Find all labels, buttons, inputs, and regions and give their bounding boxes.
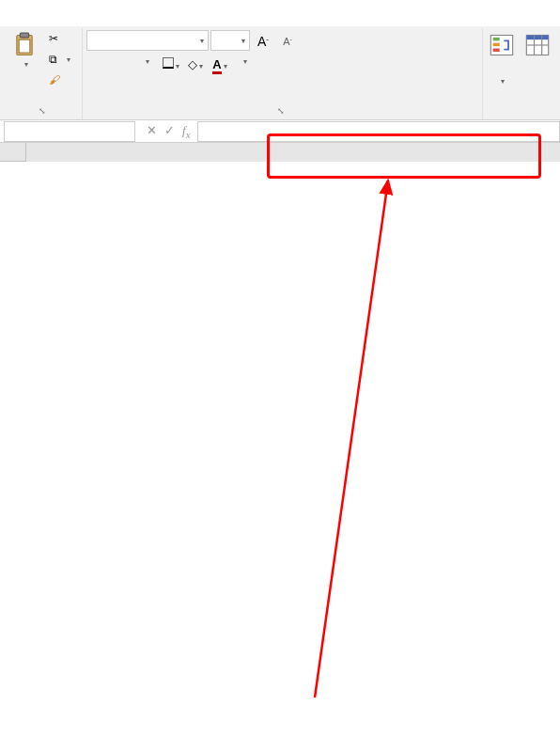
font-color-button[interactable]: A▾	[209, 56, 231, 79]
chevron-down-icon: ▾	[24, 60, 28, 69]
font-size-select[interactable]: ▾	[210, 30, 250, 51]
chevron-down-icon: ▾	[146, 57, 149, 66]
table-format-button[interactable]	[522, 30, 552, 75]
scissors-icon: ✂	[49, 32, 58, 45]
accept-formula-button[interactable]: ✓	[164, 123, 175, 140]
svg-rect-4	[493, 38, 500, 41]
svg-rect-1	[20, 33, 28, 38]
border-icon	[163, 57, 174, 69]
font-group-label: ⤡	[86, 104, 474, 118]
format-painter-button[interactable]: 🖌	[45, 71, 74, 88]
chevron-down-icon: ▾	[243, 57, 247, 66]
bold-button[interactable]	[86, 56, 109, 79]
paste-icon	[11, 32, 38, 58]
chevron-down-icon: ▾	[199, 62, 203, 71]
group-font: ▾ ▾ Aˆ Aˇ ▾ ▾ ◇▾ A▾ ▾ ⤡	[83, 28, 483, 119]
cancel-formula-button[interactable]: ✕	[147, 123, 157, 140]
formula-bar[interactable]	[197, 121, 560, 142]
fill-color-button[interactable]: ◇▾	[184, 56, 207, 79]
clipboard-group-label: ⤡	[9, 104, 74, 118]
table-format-icon	[524, 32, 551, 58]
conditional-format-button[interactable]: ▾	[487, 30, 517, 88]
chevron-down-icon: ▾	[501, 77, 505, 86]
name-box[interactable]	[4, 121, 135, 142]
column-headers	[0, 143, 560, 162]
font-name-select[interactable]: ▾	[86, 30, 209, 51]
svg-rect-6	[493, 49, 500, 53]
underline-button[interactable]: ▾	[135, 56, 158, 79]
svg-rect-5	[493, 43, 500, 47]
fx-button[interactable]: fx	[182, 123, 190, 140]
ribbon-tabs	[0, 0, 560, 26]
chevron-down-icon: ▾	[176, 62, 179, 71]
fill-icon: ◇	[188, 57, 197, 71]
copy-icon: ⧉	[49, 53, 57, 66]
chevron-down-icon: ▾	[224, 62, 227, 71]
paste-button[interactable]: ▾	[9, 30, 39, 71]
border-button[interactable]: ▾	[160, 56, 182, 79]
chevron-down-icon: ▾	[67, 55, 70, 64]
group-styles: ▾	[483, 28, 560, 119]
svg-rect-2	[19, 39, 30, 53]
italic-button[interactable]	[111, 56, 133, 79]
ribbon: ▾ ✂ ⧉▾ 🖌 ⤡ ▾ ▾ Aˆ Aˇ ▾ ▾ ◇▾ A	[0, 26, 560, 120]
chevron-down-icon: ▾	[241, 37, 245, 45]
copy-button[interactable]: ⧉▾	[45, 51, 74, 68]
phonetic-button[interactable]: ▾	[233, 56, 256, 79]
increase-font-button[interactable]: Aˆ	[252, 30, 274, 53]
chevron-down-icon: ▾	[200, 37, 204, 45]
conditional-format-icon	[489, 32, 515, 58]
paintbrush-icon: 🖌	[49, 73, 60, 86]
svg-rect-8	[526, 36, 548, 40]
formula-bar-row: ✕ ✓ fx	[0, 120, 560, 143]
svg-line-12	[315, 180, 388, 698]
select-all-corner[interactable]	[0, 143, 26, 162]
cut-button[interactable]: ✂	[45, 30, 74, 47]
group-clipboard: ▾ ✂ ⧉▾ 🖌 ⤡	[6, 28, 83, 119]
decrease-font-button[interactable]: Aˇ	[276, 30, 299, 53]
